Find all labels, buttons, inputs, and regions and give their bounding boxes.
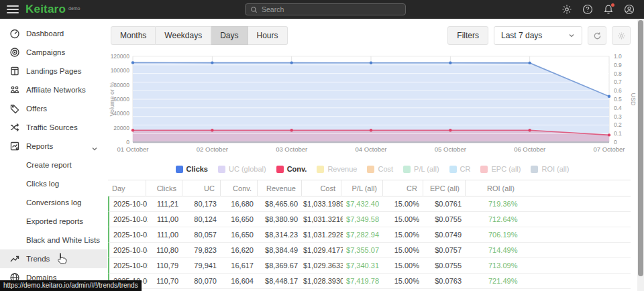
refresh-icon — [593, 32, 602, 40]
legend-item-epc-all[interactable]: EPC (all) — [480, 165, 521, 173]
column-header-day[interactable]: Day — [108, 180, 146, 196]
sidebar-item-landings-pages[interactable]: Landings Pages — [0, 62, 107, 80]
sidebar-item-traffic-sources[interactable]: Traffic Sources — [0, 118, 107, 137]
sidebar-item-exported-reports[interactable]: Exported reports — [0, 212, 107, 231]
legend-item-revenue[interactable]: Revenue — [317, 165, 357, 173]
column-header-cost[interactable]: Cost — [302, 180, 341, 196]
cell-clicks: 110,70 — [148, 277, 184, 285]
cell-roi-all: 721.49% — [467, 277, 631, 285]
sidebar-item-campaigns[interactable]: Campaigns — [0, 43, 107, 62]
status-url-bar: https://demo.keitaro.io/admin/#!/trends/… — [0, 280, 142, 291]
sidebar-item-clicks-log[interactable]: Clicks log — [0, 174, 107, 193]
tab-months[interactable]: Months — [111, 26, 156, 45]
column-header-conv[interactable]: Conv. — [221, 180, 258, 196]
svg-text:04 October: 04 October — [356, 146, 387, 153]
legend-item-uc-global[interactable]: UC (global) — [218, 165, 266, 173]
table-row[interactable]: 2025-10-03111,0080,05716,650$8,314.23$1,… — [108, 227, 631, 243]
page-scrollbar[interactable] — [637, 19, 644, 291]
cell-cost: $1,028.3930 — [303, 277, 343, 285]
account-user-icon[interactable] — [624, 4, 635, 15]
svg-text:01 October: 01 October — [117, 146, 149, 153]
sidebar-item-label: Create report — [26, 161, 72, 169]
legend-label: UC (global) — [229, 165, 266, 173]
cell-conv: 16,680 — [222, 200, 259, 208]
svg-text:1.0: 1.0 — [614, 53, 622, 60]
search-box[interactable] — [245, 3, 406, 15]
trends-chart: 02000040000600008000010000012000000.10.2… — [107, 50, 637, 157]
svg-text:USD: USD — [630, 93, 637, 106]
legend-item-cost[interactable]: Cost — [367, 165, 393, 173]
svg-text:07 October: 07 October — [594, 146, 625, 153]
sidebar-item-reports[interactable]: Reports — [0, 137, 107, 156]
sidebar-item-label: Reports — [26, 142, 53, 150]
cell-conv: 16,604 — [222, 277, 259, 285]
cell-uc-global: 80,124 — [184, 215, 222, 223]
chart-legend: ClicksUC (global)Conv.RevenueCostP/L (al… — [107, 162, 637, 176]
legend-item-cr[interactable]: CR — [449, 165, 471, 173]
refresh-button[interactable] — [588, 26, 606, 45]
column-header-cr[interactable]: CR — [383, 180, 423, 196]
sidebar-item-label: Campaigns — [26, 48, 65, 56]
cell-revenue: $8,384.49 — [259, 246, 303, 254]
affiliate-icon — [9, 84, 20, 95]
offers-icon — [9, 103, 20, 114]
table-row[interactable]: 2025-10-01111,2180,17316,680$8,465.60$1,… — [108, 196, 631, 212]
column-header-clicks[interactable]: Clicks — [146, 180, 182, 196]
table-row[interactable]: 2025-10-04110,8079,82316,620$8,384.49$1,… — [108, 243, 631, 258]
column-header-uc-global[interactable]: UC (global) — [182, 180, 221, 196]
cell-roi-all: 719.36% — [467, 200, 631, 208]
cell-revenue: $8,314.23 — [259, 231, 303, 239]
table-row[interactable]: 2025-10-06110,7080,07016,604$8,448.17$1,… — [108, 274, 631, 289]
sidebar-item-trends[interactable]: Trends — [0, 249, 107, 268]
reports-icon — [9, 141, 20, 152]
help-icon[interactable] — [582, 4, 593, 15]
svg-text:02 October: 02 October — [197, 146, 228, 153]
sidebar-item-create-report[interactable]: Create report — [0, 156, 107, 174]
chart-settings-button[interactable] — [612, 26, 631, 45]
svg-text:0.1: 0.1 — [614, 130, 622, 137]
column-header-revenue[interactable]: Revenue — [258, 180, 302, 196]
cell-revenue: $8,380.90 — [259, 215, 303, 223]
notification-dot — [611, 3, 614, 7]
sidebar-item-offers[interactable]: Offers — [0, 99, 107, 118]
campaigns-icon — [9, 47, 20, 58]
tab-days[interactable]: Days — [211, 26, 248, 45]
cell-uc-global: 79,823 — [184, 246, 222, 254]
table-row[interactable]: 2025-10-02111,0080,12416,650$8,380.90$1,… — [108, 212, 631, 227]
top-bar: Keitarodemo — [0, 0, 644, 19]
svg-text:0: 0 — [614, 139, 617, 146]
column-header-p-l-all[interactable]: P/L (all) — [341, 180, 383, 196]
settings-gear-icon[interactable] — [561, 4, 572, 15]
sidebar-item-affiliate-networks[interactable]: Affiliate Networks — [0, 80, 107, 99]
sidebar-item-dashboard[interactable]: Dashboard — [0, 24, 107, 43]
sidebar-item-conversions-log[interactable]: Conversions log — [0, 193, 107, 212]
legend-item-conv[interactable]: Conv. — [276, 165, 307, 173]
toolbar-right: Filters Last 7 days — [447, 26, 631, 45]
column-header-roi-all[interactable]: ROI (all) — [466, 180, 631, 196]
legend-item-roi-all[interactable]: ROI (all) — [531, 165, 569, 173]
notifications-bell-icon[interactable] — [603, 4, 614, 15]
legend-item-p-l-all[interactable]: P/L (all) — [403, 165, 439, 173]
svg-text:Volume or %: Volume or % — [109, 82, 115, 116]
cell-clicks: 110,80 — [148, 246, 184, 254]
table-row[interactable]: 2025-10-05110,7979,94116,617$8,369.67$1,… — [108, 258, 631, 274]
cell-uc-global: 79,941 — [184, 261, 222, 270]
sidebar-item-black-and-white-lists[interactable]: Black and White Lists — [0, 231, 107, 249]
cell-conv: 16,650 — [222, 215, 259, 223]
cell-cr: 15.00% — [384, 261, 425, 270]
hamburger-menu-icon[interactable] — [0, 0, 25, 19]
tab-hours[interactable]: Hours — [248, 26, 288, 45]
svg-text:0.4: 0.4 — [614, 105, 622, 111]
legend-item-clicks[interactable]: Clicks — [176, 165, 208, 173]
legend-swatch — [403, 166, 411, 173]
column-header-epc-all[interactable]: EPC (all) — [423, 180, 466, 196]
topbar-icons — [561, 4, 644, 15]
filters-button[interactable]: Filters — [447, 26, 488, 45]
sidebar-item-label: Traffic Sources — [26, 123, 78, 131]
legend-label: Revenue — [327, 165, 357, 173]
cell-p-l-all: $7,355.07 — [343, 246, 384, 254]
tab-weekdays[interactable]: Weekdays — [156, 26, 211, 45]
search-input[interactable] — [262, 5, 400, 13]
date-range-select[interactable]: Last 7 days — [494, 26, 582, 45]
scrollbar-thumb[interactable] — [638, 20, 643, 276]
